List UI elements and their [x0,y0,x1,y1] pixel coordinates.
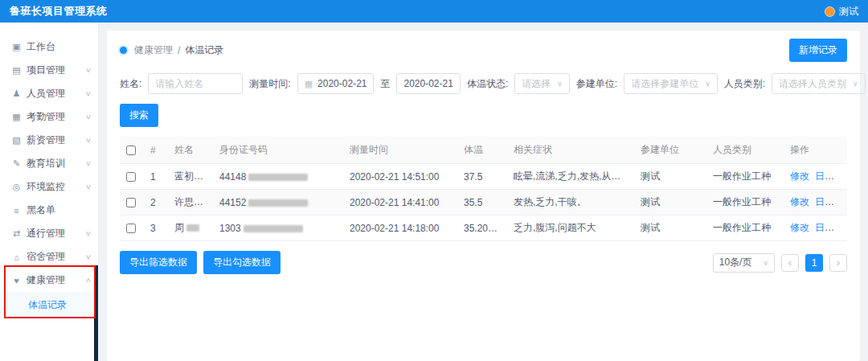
export-filtered-button[interactable]: 导出筛选数据 [120,251,197,274]
blacklist-icon: ≡ [10,206,23,215]
row-checkbox[interactable] [126,224,136,233]
temp-status-select[interactable]: 请选择 ∨ [514,73,570,94]
log-link[interactable]: 日志 [815,196,834,207]
salary-icon: ▧ [10,135,23,146]
edit-link[interactable]: 修改 [790,196,809,207]
row-name: 蓝初 [168,164,213,190]
sidebar-item-access[interactable]: ⇄ 通行管理 ∨ [0,222,98,245]
row-category: 一般作业工种 [706,190,784,215]
row-symptoms: 眩晕,流涕,乏力,发热,从什么时候开始 [507,164,634,190]
row-id-number: 44148 [213,164,343,190]
row-actions: 修改日志删除 [784,164,847,190]
chevron-down-icon: ∨ [85,230,92,237]
sidebar-item-education[interactable]: ✎ 教育培训 ∨ [0,152,98,175]
add-record-button[interactable]: 新增记录 [789,39,847,62]
row-symptoms: 发热,乏力,干咳。 [507,190,634,215]
delete-link[interactable]: 删除 [840,170,847,182]
table-row: 3 周 1303 2020-02-21 14:18:00 35.2000007.… [120,215,847,241]
row-checkbox[interactable] [126,198,136,207]
user-menu[interactable]: 测试 [825,5,858,18]
row-unit: 测试 [634,164,706,190]
prev-page-button[interactable]: ‹ [781,254,799,272]
chevron-down-icon: ∨ [763,259,768,267]
row-category: 一般作业工种 [706,164,784,190]
row-category: 一般作业工种 [706,215,784,241]
health-icon: ♥ [10,276,23,285]
log-link[interactable]: 日志 [815,170,834,182]
chevron-up-icon: ∧ [85,277,92,284]
table-footer: 导出筛选数据 导出勾选数据 10条/页 ∨ ‹ 1 › [120,251,847,274]
row-time: 2020-02-21 14:51:00 [343,164,457,190]
sidebar-item-label: 黑名单 [27,203,55,217]
table-row: 1 蓝初 44148 2020-02-21 14:51:00 37.5 眩晕,流… [120,164,847,190]
chevron-down-icon: ∨ [85,160,92,167]
date-from-input[interactable]: ▦ 2020-02-21 [297,73,375,94]
workbench-icon: ▣ [10,42,23,52]
edit-link[interactable]: 修改 [790,222,809,233]
column-header: 体温 [457,137,507,164]
search-button[interactable]: 搜索 [120,104,158,127]
sidebar-item-project[interactable]: ▤ 项目管理 ∨ [0,59,98,82]
column-header: 操作 [784,137,847,164]
edit-link[interactable]: 修改 [790,170,809,182]
row-symptoms: 乏力,腹泻,问题不大 [507,215,634,241]
next-page-button[interactable]: › [829,254,847,272]
row-id-number: 1303 [213,215,343,241]
sidebar-item-label: 健康管理 [27,273,65,287]
page-size-value: 10条/页 [719,256,752,269]
sidebar-item-dormitory[interactable]: ⌂ 宿舍管理 ∨ [0,245,98,269]
row-unit: 测试 [634,190,706,215]
row-temperature: 37.5 [457,164,507,190]
chevron-down-icon: ∨ [85,113,92,121]
row-actions: 修改日志删除 [784,190,847,215]
attendance-icon: ▦ [10,112,23,122]
name-input[interactable] [148,73,243,94]
sidebar-item-label: 通行管理 [27,227,65,240]
row-name: 许思 [168,190,213,215]
row-id-number: 44152 [213,190,343,215]
sidebar-item-label: 环境监控 [27,180,65,194]
row-actions: 修改日志删除 [784,215,847,241]
row-time: 2020-02-21 14:41:00 [343,190,457,215]
chevron-down-icon: ∨ [85,90,92,97]
sidebar-item-salary[interactable]: ▧ 薪资管理 ∨ [0,129,98,152]
delete-link[interactable]: 删除 [840,222,847,233]
sidebar-item-temperature-record[interactable]: 体温记录 [0,292,98,318]
project-icon: ▤ [10,65,23,76]
environment-icon: ◎ [10,182,23,192]
breadcrumb-section[interactable]: 健康管理 [134,43,173,57]
temp-status-placeholder: 请选择 [522,77,551,91]
sidebar-item-label: 项目管理 [27,64,65,77]
delete-link[interactable]: 删除 [840,196,847,207]
chevron-down-icon: ∨ [557,80,563,88]
sidebar-item-label: 教育培训 [27,157,65,170]
category-label: 人员类别: [724,77,765,91]
breadcrumb-separator: / [178,45,180,56]
column-header: 相关症状 [507,137,634,164]
page-size-select[interactable]: 10条/页 ∨ [713,253,775,273]
app-title: 鲁班长项目管理系统 [10,4,108,18]
sidebar-item-blacklist[interactable]: ≡ 黑名单 [0,199,98,222]
date-to-input[interactable]: 2020-02-21 [396,73,460,94]
sidebar-item-environment[interactable]: ◎ 环境监控 ∨ [0,175,98,199]
log-link[interactable]: 日志 [815,222,834,233]
export-checked-button[interactable]: 导出勾选数据 [203,251,280,274]
sidebar-item-attendance[interactable]: ▦ 考勤管理 ∨ [0,105,98,129]
breadcrumb-page: 体温记录 [185,43,223,57]
sidebar-item-label: 人员管理 [27,87,65,101]
breadcrumb: 健康管理 / 体温记录 [120,43,223,57]
row-checkbox[interactable] [126,172,136,182]
sidebar-item-label: 工作台 [27,40,55,54]
sidebar-scrollbar[interactable] [94,265,98,361]
current-page-button[interactable]: 1 [805,254,823,272]
dormitory-icon: ⌂ [10,252,23,262]
sidebar-item-personnel[interactable]: ♟ 人员管理 ∨ [0,82,98,105]
category-select[interactable]: 请选择人员类别 ∨ [772,73,866,94]
sidebar-item-health[interactable]: ♥ 健康管理 ∧ [0,269,98,292]
column-header: 参建单位 [634,137,706,164]
sidebar-item-workbench[interactable]: ▣ 工作台 [0,35,98,59]
redacted-text [248,199,308,207]
temp-status-label: 体温状态: [467,77,508,91]
select-all-checkbox[interactable] [126,146,136,155]
unit-select[interactable]: 请选择参建单位 ∨ [624,73,718,94]
